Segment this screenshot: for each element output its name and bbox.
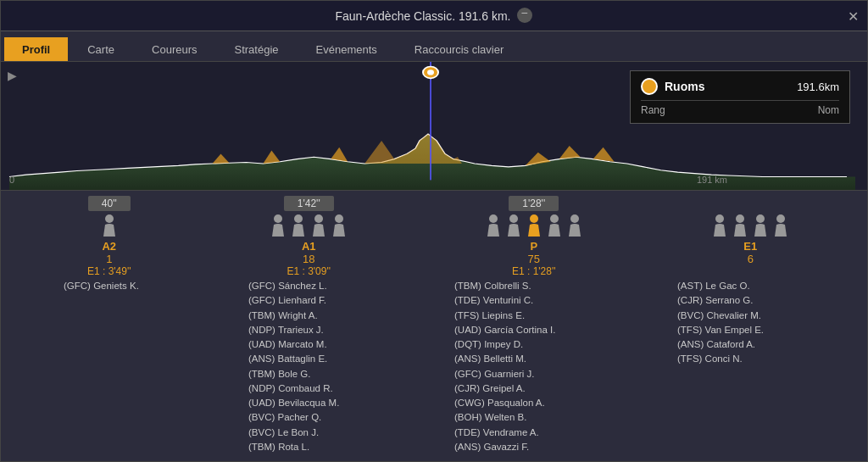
name-item: (CJR) Greipel A.	[454, 381, 603, 396]
svg-point-14	[715, 214, 724, 223]
name-item: (UAD) Marcato M.	[248, 337, 380, 352]
name-item: (ANS) Battaglin E.	[248, 352, 380, 366]
km-start-label: 0	[9, 175, 14, 185]
svg-point-9	[489, 214, 498, 223]
name-item: (CWG) Pasqualon A.	[454, 396, 603, 410]
svg-point-6	[294, 214, 303, 223]
svg-point-17	[776, 214, 785, 223]
play-button[interactable]: ▶	[8, 69, 25, 86]
rider-icon	[270, 214, 287, 237]
name-item: (TBM) Bole G.	[248, 367, 380, 381]
names-col-a2: (GFC) Geniets K.	[64, 279, 174, 454]
tab-evenements[interactable]: Evénements	[298, 37, 395, 61]
rider-icon-orange	[526, 214, 542, 237]
tab-raccourcis[interactable]: Raccourcis clavier	[397, 37, 521, 61]
rider-icon	[566, 214, 583, 237]
svg-point-16	[756, 214, 765, 223]
name-item: (BVC) Le Bon J.	[248, 426, 380, 440]
tab-strategie[interactable]: Stratégie	[217, 37, 297, 61]
nom-label: Nom	[818, 104, 839, 116]
svg-point-10	[509, 214, 518, 223]
group-a2-time: E1 : 3'49''	[87, 265, 131, 277]
svg-point-7	[314, 214, 323, 223]
name-item: (NDP) Trarieux J.	[248, 323, 380, 337]
group-e1-number: 6	[748, 253, 754, 265]
tab-profil[interactable]: Profil	[4, 37, 68, 61]
group-p-time: E1 : 1'28''	[512, 265, 556, 277]
name-item: (ANS) Belletti M.	[454, 352, 603, 366]
group-a2-number: 1	[106, 253, 112, 265]
close-button[interactable]: ✕	[848, 8, 859, 24]
names-section: (GFC) Geniets K. (GFC) Sánchez L. (GFC) …	[9, 277, 859, 461]
tab-carte[interactable]: Carte	[70, 37, 132, 61]
tab-bar: Profil Carte Coureurs Stratégie Evénemen…	[1, 31, 867, 62]
group-p-number: 75	[528, 253, 540, 265]
svg-point-8	[335, 214, 343, 223]
app-window: Faun-Ardèche Classic. 191.6 km. ✕ Profil…	[0, 0, 868, 462]
name-item: (ANS) Cataford A.	[677, 337, 804, 352]
svg-point-15	[736, 214, 744, 223]
rider-icon	[711, 214, 728, 237]
group-a1: 1'42'' A1 18 E1 : 3'09''	[224, 196, 393, 277]
ruoms-km: 191.6km	[797, 81, 839, 93]
window-title: Faun-Ardèche Classic. 191.6 km.	[336, 9, 511, 23]
name-item: (GFC) Geniets K.	[64, 279, 174, 293]
groups-container: 40'' A2 1 E1 : 3'49'' 1'42''	[9, 191, 859, 277]
minus-icon[interactable]	[517, 8, 532, 23]
names-col-a1: (GFC) Sánchez L. (GFC) Lienhard F. (TBM)…	[248, 279, 380, 454]
rider-icon	[505, 214, 522, 237]
group-a1-number: 18	[303, 253, 314, 265]
group-a1-time: E1 : 3'09''	[287, 265, 331, 277]
rang-label: Rang	[641, 104, 665, 116]
group-p-label: P	[530, 240, 537, 253]
name-item: (TBM) Wright A.	[248, 309, 380, 323]
name-item: (TDE) Vendrame A.	[454, 426, 603, 440]
profile-area: ▶	[1, 62, 867, 191]
rider-icon	[101, 214, 118, 237]
rider-icon	[290, 214, 307, 237]
riders-p	[485, 214, 583, 237]
name-item: (ANS) Gavazzi F.	[454, 440, 603, 454]
group-a2-label: A2	[102, 240, 116, 253]
gap-a1: 1'42''	[284, 196, 334, 211]
name-item: (BVC) Pacher Q.	[248, 410, 380, 425]
names-col-p: (TBM) Colbrelli S. (TDE) Venturini C. (T…	[454, 279, 603, 454]
svg-point-12	[550, 214, 559, 223]
name-item: (TFS) Van Empel E.	[677, 323, 804, 337]
rider-icon	[752, 214, 769, 237]
riders-a2	[101, 214, 118, 237]
km-end-label: 191 km	[697, 175, 727, 185]
name-item: (CJR) Serrano G.	[677, 293, 804, 308]
svg-point-3	[427, 70, 434, 75]
tab-coureurs[interactable]: Coureurs	[134, 37, 214, 61]
rider-icon	[331, 214, 348, 237]
name-item: (UAD) Bevilacqua M.	[248, 396, 380, 410]
name-item: (TBM) Rota L.	[248, 440, 380, 454]
rider-icon	[732, 214, 748, 237]
name-item: (UAD) García Cortina I.	[454, 323, 603, 337]
group-e1-label: E1	[743, 240, 757, 253]
riders-a1	[270, 214, 348, 237]
bottom-section: 40'' A2 1 E1 : 3'49'' 1'42''	[1, 191, 867, 461]
group-p: 1'28'' P 75 E1 : 1'28''	[441, 196, 627, 277]
name-item: (BOH) Welten B.	[454, 410, 603, 425]
name-item: (BVC) Chevalier M.	[677, 309, 804, 323]
main-content: ▶	[1, 62, 867, 461]
riders-e1	[711, 214, 789, 237]
ruoms-tooltip: Ruoms 191.6km Rang Nom	[630, 70, 850, 124]
group-e1: E1 6	[674, 196, 826, 277]
name-item: (DQT) Impey D.	[454, 337, 603, 352]
title-bar: Faun-Ardèche Classic. 191.6 km. ✕	[1, 1, 867, 31]
rider-icon	[546, 214, 563, 237]
ruoms-cols: Rang Nom	[641, 100, 839, 116]
name-item: (TFS) Liepins E.	[454, 309, 603, 323]
rider-icon	[772, 214, 789, 237]
ruoms-icon	[641, 78, 658, 95]
ruoms-name: Ruoms	[665, 80, 797, 93]
name-item: (GFC) Lienhard F.	[248, 293, 380, 308]
svg-point-11	[530, 214, 538, 223]
svg-point-4	[105, 214, 114, 223]
name-item: (TDE) Venturini C.	[454, 293, 603, 308]
rider-icon	[485, 214, 502, 237]
gap-p: 1'28''	[509, 196, 559, 211]
